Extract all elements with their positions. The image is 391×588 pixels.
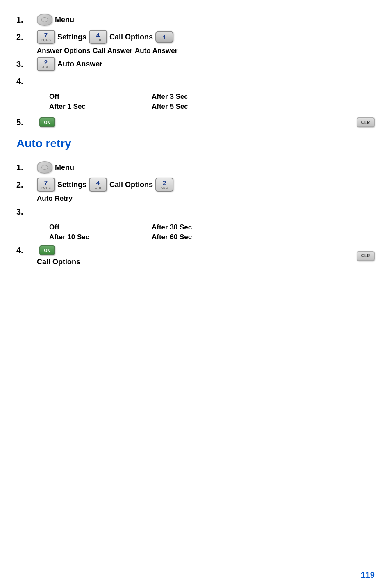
clr-button-1[interactable]: CLR [357,117,375,127]
retry-call-options-label: Call Options [109,181,153,189]
retry-key-7: 7 PQRS [37,178,55,192]
page-number: 119 [361,570,375,580]
step-3-content: 2 ABC Auto Answer [37,57,102,71]
retry-option-off: Off [49,223,143,231]
retry-step-3-num: 3. [16,207,37,217]
retry-step-4-num: 4. [16,246,37,255]
step-4-num: 4. [16,77,37,86]
option-after5: After 5 Sec [152,103,246,111]
auto-retry-heading: Auto retry [16,137,375,150]
option-after3: After 3 Sec [152,93,246,101]
auto-answer-step-label: Auto Answer [57,60,102,69]
section-auto-answer: 1. Menu 2. 7 PQRS Settings 4 GHI Call Op… [16,12,375,130]
retry-step-2-num: 2. [16,180,37,190]
step-2-sublabels: Answer Options Call Answer Auto Answer [37,47,375,55]
retry-step-2-row: 2. 7 PQRS Settings 4 GHI Call Options 2 … [16,177,375,192]
step-4-options: Off After 3 Sec After 1 Sec After 5 Sec [49,93,375,111]
retry-step-3-options: Off After 30 Sec After 10 Sec After 60 S… [49,223,375,241]
menu-icon [37,14,52,26]
option-after1: After 1 Sec [49,103,143,111]
step-5-row: 5. OK CLR [16,115,375,130]
retry-option-after30: After 30 Sec [152,223,246,231]
key-7: 7 PQRS [37,30,55,44]
answer-options-label: Answer Options [37,47,90,55]
retry-step-4-row: 4. OK Call Options CLR [16,245,375,266]
retry-option-after60: After 60 Sec [152,233,246,241]
auto-retry-sublabel: Auto Retry [37,194,73,203]
step-2-row: 2. 7 PQRS Settings 4 GHI Call Options 1 [16,30,375,44]
step-2-num: 2. [16,32,37,42]
retry-call-options-sub-label: Call Options [37,258,80,266]
retry-step-1-row: 1. Menu [16,160,375,175]
clr-button-2[interactable]: CLR [357,251,375,261]
retry-key-4: 4 GHI [89,178,107,192]
key-2-abc: 2 ABC [37,57,55,71]
step-2-content: 7 PQRS Settings 4 GHI Call Options 1 [37,30,173,44]
retry-key-2: 2 ABC [155,178,173,192]
retry-step-1-num: 1. [16,163,37,172]
key-4: 4 GHI [89,30,107,44]
retry-menu-label: Menu [55,163,74,172]
retry-settings-label: Settings [57,181,86,189]
menu-label: Menu [55,16,74,24]
auto-answer-label: Auto Answer [135,47,177,55]
step-4-row: 4. [16,74,375,89]
step-1-content: Menu [37,14,74,26]
step-5-num: 5. [16,118,37,127]
retry-step-1-content: Menu [37,161,74,174]
step-3-num: 3. [16,59,37,69]
key-1: 1 [155,31,173,43]
ok-button-2[interactable]: OK [39,245,55,255]
retry-menu-icon [37,161,52,174]
step-1-num: 1. [16,15,37,25]
call-options-label-1: Call Options [109,33,153,41]
retry-option-after10: After 10 Sec [49,233,143,241]
settings-label: Settings [57,33,86,41]
ok-button-1[interactable]: OK [39,117,55,127]
section-auto-retry: 1. Menu 2. 7 PQRS Settings 4 GHI Call Op… [16,160,375,266]
step-1-row: 1. Menu [16,12,375,27]
retry-step-3-row: 3. [16,204,375,219]
retry-step-2-sublabels: Auto Retry [37,194,375,203]
retry-step-2-content: 7 PQRS Settings 4 GHI Call Options 2 ABC [37,178,173,192]
call-answer-label: Call Answer [93,47,132,55]
step-3-row: 3. 2 ABC Auto Answer [16,57,375,71]
option-off: Off [49,93,143,101]
